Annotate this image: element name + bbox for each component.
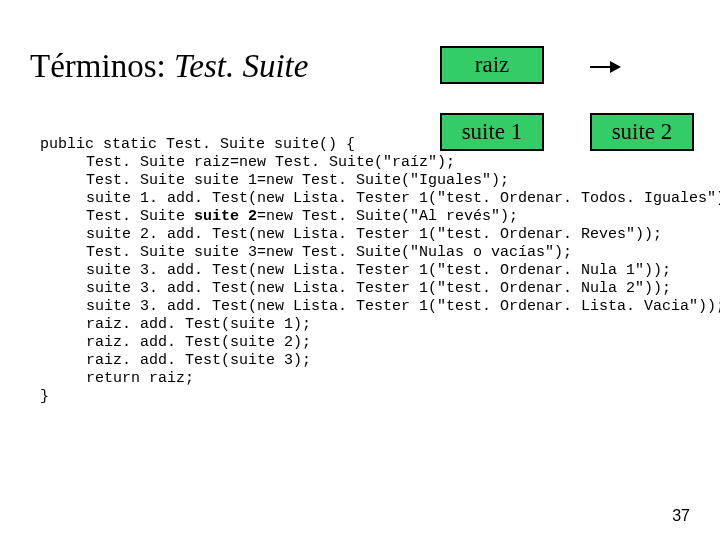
slide: Términos: Test. Suite raiz suite 1 suite… (0, 0, 720, 540)
code-line: raiz. add. Test(suite 3); (86, 352, 311, 369)
code-line: suite 3. add. Test(new Lista. Tester 1("… (86, 280, 671, 297)
code-bold: suite 2 (194, 208, 257, 225)
code-line: Test. Suite (86, 208, 194, 225)
code-line: Test. Suite suite 1=new Test. Suite("Igu… (86, 172, 509, 189)
code-block: public static Test. Suite suite() { Test… (40, 118, 720, 406)
arrow-line (590, 66, 610, 69)
code-line: suite 1. add. Test(new Lista. Tester 1("… (86, 190, 720, 207)
code-line: Test. Suite raiz=new Test. Suite("raíz")… (86, 154, 455, 171)
code-line: Test. Suite suite 3=new Test. Suite("Nul… (86, 244, 572, 261)
code-line: raiz. add. Test(suite 2); (86, 334, 311, 351)
code-line: suite 3. add. Test(new Lista. Tester 1("… (86, 262, 671, 279)
box-raiz-label: raiz (475, 52, 509, 78)
code-line: public static Test. Suite suite() { (40, 136, 355, 153)
slide-title: Términos: Test. Suite (30, 48, 308, 85)
arrow-icon (590, 60, 624, 74)
code-line: =new Test. Suite("Al revés"); (257, 208, 518, 225)
page-number: 37 (672, 507, 690, 525)
title-prefix: Términos: (30, 48, 174, 84)
code-line: raiz. add. Test(suite 1); (86, 316, 311, 333)
code-line: return raiz; (86, 370, 194, 387)
code-line: } (40, 388, 49, 405)
arrow-head (610, 61, 621, 73)
title-term: Test. Suite (174, 48, 308, 84)
code-line: suite 2. add. Test(new Lista. Tester 1("… (86, 226, 662, 243)
code-line: suite 3. add. Test(new Lista. Tester 1("… (86, 298, 720, 315)
box-raiz: raiz (440, 46, 544, 84)
